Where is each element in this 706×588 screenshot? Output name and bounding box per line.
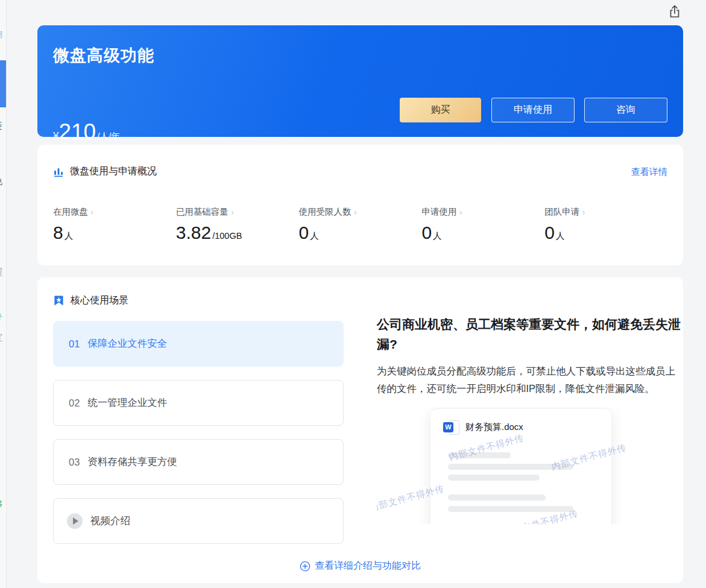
- stat-apply-usage: 申请使用› 0人: [421, 206, 544, 242]
- stat-label-link[interactable]: 已用基础容量›: [176, 206, 299, 218]
- page-title: 微盘高级功能: [53, 45, 154, 66]
- stats-row: 在用微盘› 8人 已用基础容量› 3.82/100GB 使用受限人数› 0人 申…: [53, 206, 667, 242]
- chevron-right-icon: ›: [231, 207, 235, 217]
- chevron-right-icon: ›: [354, 207, 358, 217]
- placeholder-line: [448, 495, 546, 501]
- buy-button[interactable]: 购买: [400, 98, 481, 122]
- scenario-list: 01 保障企业文件安全 02 统一管理企业文件 03 资料存储共享更方便 视频介…: [53, 321, 344, 544]
- stat-value: 0: [544, 224, 555, 242]
- scenario-number: 03: [69, 457, 80, 468]
- hero-actions: 购买 申请使用 咨询: [400, 98, 667, 122]
- stat-label-link[interactable]: 在用微盘›: [53, 206, 176, 218]
- stat-used-capacity: 已用基础容量› 3.82/100GB: [176, 206, 299, 242]
- scenario-label: 保障企业文件安全: [87, 337, 167, 350]
- scenario-item-1[interactable]: 01 保障企业文件安全: [53, 321, 344, 367]
- stat-value: 8: [53, 224, 63, 242]
- view-details-link[interactable]: 查看详情: [631, 166, 667, 178]
- price-amount: 210: [58, 121, 96, 143]
- consult-button[interactable]: 咨询: [584, 98, 667, 122]
- video-intro-label: 视频介绍: [90, 514, 130, 528]
- scenario-label: 统一管理企业文件: [87, 396, 167, 409]
- stat-unit: 人: [433, 230, 442, 242]
- plus-circle-icon: [300, 561, 310, 572]
- stat-unit: /100GB: [212, 231, 242, 241]
- scenarios-title: 核心使用场景: [71, 294, 128, 307]
- chevron-right-icon: ›: [459, 207, 462, 217]
- apply-button[interactable]: 申请使用: [491, 98, 575, 122]
- chevron-right-icon: ›: [90, 207, 94, 217]
- background-window-sliver: 响 链 色 T 醒 鲁 宝 N 够 N: [0, 0, 7, 588]
- scenario-detail-heading: 公司商业机密、员工档案等重要文件，如何避免丢失泄漏?: [377, 315, 684, 354]
- stat-label-link[interactable]: 团队申请›: [544, 206, 667, 218]
- scenario-detail-body: 为关键岗位成员分配高级功能后，可禁止他人下载或导出这些成员上传的文件，还可统一开…: [377, 362, 684, 397]
- scenario-detail-panel: 公司商业机密、员工档案等重要文件，如何避免丢失泄漏? 为关键岗位成员分配高级功能…: [377, 315, 684, 524]
- stat-team-apply: 团队申请› 0人: [544, 206, 667, 242]
- bookmark-star-icon: [53, 295, 65, 306]
- document-preview: W 财务预算.docx 内部文件不得外传 内部文件不得外传 内部文件不得外传 内…: [377, 407, 684, 524]
- usage-overview-card: 微盘使用与申请概况 查看详情 在用微盘› 8人 已用基础容量› 3.82/100…: [37, 145, 683, 265]
- compare-features-link[interactable]: 查看详细介绍与功能对比: [37, 560, 683, 572]
- overview-title: 微盘使用与申请概况: [70, 165, 157, 178]
- price-currency: ¥: [53, 130, 58, 142]
- background-selected-item-sliver: [0, 60, 7, 107]
- document-filename: 财务预算.docx: [465, 422, 523, 433]
- sliver-glyph: 够: [0, 499, 2, 508]
- stat-label-link[interactable]: 使用受限人数›: [299, 206, 422, 218]
- placeholder-line: [448, 506, 573, 512]
- core-scenarios-card: 核心使用场景 01 保障企业文件安全 02 统一管理企业文件 03 资料存储共享…: [37, 277, 683, 583]
- stat-unit: 人: [556, 230, 565, 242]
- play-icon: [67, 513, 83, 529]
- stat-unit: 人: [310, 230, 319, 242]
- chevron-right-icon: ›: [582, 207, 585, 217]
- price-unit: /人/年: [97, 131, 120, 142]
- sliver-glyph: 链: [0, 121, 2, 130]
- stat-value: 0: [421, 224, 432, 242]
- document-card: W 财务预算.docx: [430, 408, 612, 524]
- stat-value: 3.82: [176, 224, 211, 242]
- scenario-label: 资料存储共享更方便: [87, 455, 177, 469]
- stat-unit: 人: [65, 230, 74, 242]
- sliver-glyph: 响: [0, 29, 2, 38]
- stat-value: 0: [299, 224, 309, 242]
- sliver-glyph: 醒: [0, 267, 2, 276]
- sliver-glyph: 色: [0, 176, 2, 185]
- scenario-number: 01: [69, 338, 80, 350]
- scenario-item-2[interactable]: 02 统一管理企业文件: [53, 380, 344, 426]
- stat-active-users: 在用微盘› 8人: [53, 206, 176, 242]
- scenario-item-3[interactable]: 03 资料存储共享更方便: [53, 439, 344, 485]
- word-file-icon: W: [443, 420, 460, 435]
- scenario-number: 02: [69, 397, 80, 409]
- placeholder-line: [448, 475, 540, 481]
- stat-restricted-users: 使用受限人数› 0人: [299, 206, 422, 242]
- sliver-glyph: 宝: [0, 333, 2, 342]
- stat-label-link[interactable]: 申请使用›: [421, 206, 544, 218]
- price: ¥210/人/年: [53, 121, 121, 143]
- premium-feature-hero-card: 微盘高级功能 ¥210/人/年 购买 申请使用 咨询: [37, 25, 683, 137]
- sliver-glyph: 鲁: [0, 311, 2, 320]
- bar-chart-icon: [53, 166, 64, 177]
- video-intro-item[interactable]: 视频介绍: [53, 498, 344, 544]
- share-icon[interactable]: [666, 4, 683, 21]
